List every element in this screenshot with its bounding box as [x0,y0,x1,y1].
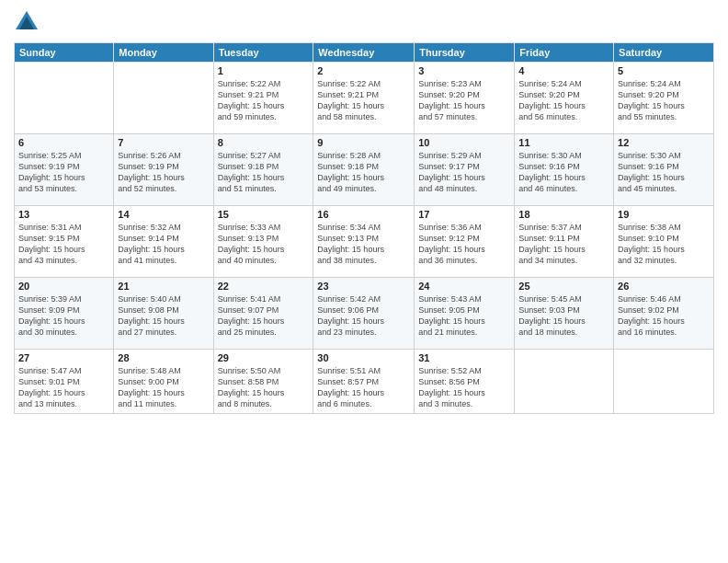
day-info: Sunrise: 5:30 AM Sunset: 9:16 PM Dayligh… [518,150,609,195]
day-number: 6 [18,137,109,148]
calendar-cell: 25Sunrise: 5:45 AM Sunset: 9:03 PM Dayli… [515,278,614,350]
week-row-3: 13Sunrise: 5:31 AM Sunset: 9:15 PM Dayli… [15,206,714,278]
day-info: Sunrise: 5:22 AM Sunset: 9:21 PM Dayligh… [218,78,310,123]
calendar-cell: 20Sunrise: 5:39 AM Sunset: 9:09 PM Dayli… [15,278,114,350]
calendar-cell: 16Sunrise: 5:34 AM Sunset: 9:13 PM Dayli… [313,206,415,278]
day-number: 15 [218,209,310,220]
day-number: 4 [518,65,609,76]
calendar-cell [114,63,213,134]
day-info: Sunrise: 5:33 AM Sunset: 9:13 PM Dayligh… [218,222,310,267]
day-info: Sunrise: 5:31 AM Sunset: 9:15 PM Dayligh… [18,222,109,267]
col-header-saturday: Saturday [614,43,714,63]
day-info: Sunrise: 5:25 AM Sunset: 9:19 PM Dayligh… [18,150,109,195]
day-number: 20 [18,281,109,292]
calendar-table: SundayMondayTuesdayWednesdayThursdayFrid… [14,42,714,414]
calendar-cell: 24Sunrise: 5:43 AM Sunset: 9:05 PM Dayli… [415,278,515,350]
calendar-cell: 10Sunrise: 5:29 AM Sunset: 9:17 PM Dayli… [415,134,515,206]
day-info: Sunrise: 5:26 AM Sunset: 9:19 PM Dayligh… [118,150,209,195]
calendar-cell: 23Sunrise: 5:42 AM Sunset: 9:06 PM Dayli… [313,278,415,350]
logo-icon [14,9,40,35]
calendar-cell: 30Sunrise: 5:51 AM Sunset: 8:57 PM Dayli… [313,350,415,414]
calendar-cell [15,63,114,134]
day-number: 25 [518,281,609,292]
day-number: 5 [618,65,710,76]
day-number: 17 [418,209,510,220]
day-info: Sunrise: 5:24 AM Sunset: 9:20 PM Dayligh… [618,78,710,123]
day-number: 13 [18,209,109,220]
day-number: 14 [118,209,209,220]
calendar-cell: 6Sunrise: 5:25 AM Sunset: 9:19 PM Daylig… [15,134,114,206]
page-header [14,9,714,35]
calendar-cell: 26Sunrise: 5:46 AM Sunset: 9:02 PM Dayli… [614,278,714,350]
col-header-sunday: Sunday [15,43,114,63]
day-number: 18 [518,209,609,220]
day-info: Sunrise: 5:41 AM Sunset: 9:07 PM Dayligh… [218,293,310,339]
calendar-cell: 11Sunrise: 5:30 AM Sunset: 9:16 PM Dayli… [515,134,614,206]
day-number: 11 [518,137,609,148]
day-info: Sunrise: 5:34 AM Sunset: 9:13 PM Dayligh… [317,222,410,267]
day-info: Sunrise: 5:46 AM Sunset: 9:02 PM Dayligh… [618,293,710,339]
day-number: 31 [418,352,510,363]
calendar-cell: 7Sunrise: 5:26 AM Sunset: 9:19 PM Daylig… [114,134,213,206]
day-number: 21 [118,281,209,292]
day-info: Sunrise: 5:23 AM Sunset: 9:20 PM Dayligh… [418,78,510,123]
calendar-cell: 22Sunrise: 5:41 AM Sunset: 9:07 PM Dayli… [213,278,313,350]
calendar-cell: 29Sunrise: 5:50 AM Sunset: 8:58 PM Dayli… [213,350,313,414]
calendar-cell: 5Sunrise: 5:24 AM Sunset: 9:20 PM Daylig… [614,63,714,134]
day-number: 30 [317,352,410,363]
day-info: Sunrise: 5:30 AM Sunset: 9:16 PM Dayligh… [618,150,710,195]
col-header-thursday: Thursday [415,43,515,63]
calendar-cell: 27Sunrise: 5:47 AM Sunset: 9:01 PM Dayli… [15,350,114,414]
calendar-cell: 4Sunrise: 5:24 AM Sunset: 9:20 PM Daylig… [515,63,614,134]
day-number: 28 [118,352,209,363]
week-row-4: 20Sunrise: 5:39 AM Sunset: 9:09 PM Dayli… [15,278,714,350]
day-info: Sunrise: 5:28 AM Sunset: 9:18 PM Dayligh… [317,150,410,195]
day-info: Sunrise: 5:42 AM Sunset: 9:06 PM Dayligh… [317,293,410,339]
day-info: Sunrise: 5:29 AM Sunset: 9:17 PM Dayligh… [418,150,510,195]
day-info: Sunrise: 5:32 AM Sunset: 9:14 PM Dayligh… [118,222,209,267]
calendar-header-row: SundayMondayTuesdayWednesdayThursdayFrid… [15,43,714,63]
day-info: Sunrise: 5:37 AM Sunset: 9:11 PM Dayligh… [518,222,609,267]
day-info: Sunrise: 5:48 AM Sunset: 9:00 PM Dayligh… [118,365,209,410]
calendar-cell: 9Sunrise: 5:28 AM Sunset: 9:18 PM Daylig… [313,134,415,206]
calendar-cell: 8Sunrise: 5:27 AM Sunset: 9:18 PM Daylig… [213,134,313,206]
calendar-cell: 2Sunrise: 5:22 AM Sunset: 9:21 PM Daylig… [313,63,415,134]
day-number: 22 [218,281,310,292]
day-number: 9 [317,137,410,148]
calendar-cell: 1Sunrise: 5:22 AM Sunset: 9:21 PM Daylig… [213,63,313,134]
logo [14,9,43,35]
week-row-1: 1Sunrise: 5:22 AM Sunset: 9:21 PM Daylig… [15,63,714,134]
day-number: 16 [317,209,410,220]
day-number: 7 [118,137,209,148]
col-header-wednesday: Wednesday [313,43,415,63]
day-info: Sunrise: 5:45 AM Sunset: 9:03 PM Dayligh… [518,293,609,339]
calendar-cell: 31Sunrise: 5:52 AM Sunset: 8:56 PM Dayli… [415,350,515,414]
day-number: 3 [418,65,510,76]
day-number: 26 [618,281,710,292]
col-header-friday: Friday [515,43,614,63]
col-header-monday: Monday [114,43,213,63]
day-info: Sunrise: 5:51 AM Sunset: 8:57 PM Dayligh… [317,365,410,410]
day-number: 12 [618,137,710,148]
day-info: Sunrise: 5:40 AM Sunset: 9:08 PM Dayligh… [118,293,209,339]
calendar-cell [614,350,714,414]
day-number: 2 [317,65,410,76]
day-info: Sunrise: 5:24 AM Sunset: 9:20 PM Dayligh… [518,78,609,123]
day-number: 24 [418,281,510,292]
day-number: 29 [218,352,310,363]
day-number: 8 [218,137,310,148]
calendar-cell: 28Sunrise: 5:48 AM Sunset: 9:00 PM Dayli… [114,350,213,414]
day-info: Sunrise: 5:22 AM Sunset: 9:21 PM Dayligh… [317,78,410,123]
calendar-cell: 12Sunrise: 5:30 AM Sunset: 9:16 PM Dayli… [614,134,714,206]
calendar-cell [515,350,614,414]
day-info: Sunrise: 5:50 AM Sunset: 8:58 PM Dayligh… [218,365,310,410]
calendar-cell: 17Sunrise: 5:36 AM Sunset: 9:12 PM Dayli… [415,206,515,278]
day-number: 23 [317,281,410,292]
calendar-cell: 18Sunrise: 5:37 AM Sunset: 9:11 PM Dayli… [515,206,614,278]
day-info: Sunrise: 5:27 AM Sunset: 9:18 PM Dayligh… [218,150,310,195]
calendar-cell: 21Sunrise: 5:40 AM Sunset: 9:08 PM Dayli… [114,278,213,350]
day-info: Sunrise: 5:43 AM Sunset: 9:05 PM Dayligh… [418,293,510,339]
day-number: 10 [418,137,510,148]
week-row-5: 27Sunrise: 5:47 AM Sunset: 9:01 PM Dayli… [15,350,714,414]
calendar-cell: 3Sunrise: 5:23 AM Sunset: 9:20 PM Daylig… [415,63,515,134]
